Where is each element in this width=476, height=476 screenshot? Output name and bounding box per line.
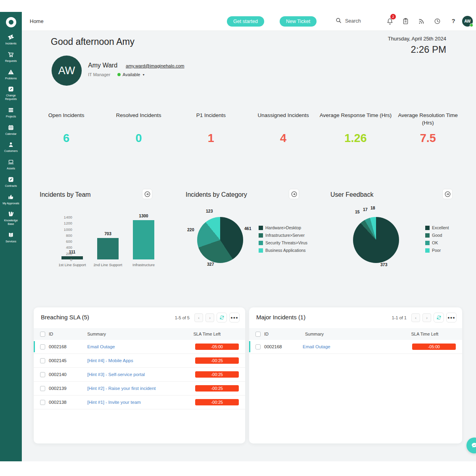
table-row[interactable]: 0002140[Hint #3] - Self-service portal-0… bbox=[34, 368, 245, 382]
stat-tile: Open Incidents6 bbox=[30, 112, 102, 145]
legend-swatch bbox=[425, 233, 430, 238]
table-row[interactable]: 0002138[Hint #1] - Invite your team-00:2… bbox=[34, 395, 245, 409]
sidebar-item-assets[interactable]: Assets bbox=[0, 159, 22, 171]
prev-page-button[interactable]: ‹ bbox=[411, 313, 420, 322]
feedback-pie-chart[interactable] bbox=[353, 217, 399, 263]
available-dot-icon bbox=[117, 73, 121, 76]
legend-swatch bbox=[425, 241, 430, 245]
breadcrumb-home[interactable]: Home bbox=[30, 18, 44, 24]
sidebar-item-label: Assets bbox=[7, 167, 15, 171]
legend-label: Poor bbox=[432, 248, 441, 253]
help-button[interactable]: ? bbox=[449, 17, 457, 25]
refresh-icon bbox=[436, 315, 441, 320]
prev-page-button[interactable]: ‹ bbox=[194, 313, 203, 322]
pie-value-label: 220 bbox=[187, 227, 194, 232]
refresh-button[interactable] bbox=[434, 313, 444, 322]
row-checkbox[interactable] bbox=[40, 344, 45, 349]
y-axis-tick: 1000 bbox=[56, 227, 72, 232]
table-row[interactable]: 0002145[Hint #4] - Mobile Apps-00:25 bbox=[34, 354, 245, 368]
ticket-summary-link[interactable]: [Hint #2] - Raise your first incident bbox=[87, 386, 156, 391]
list-icon bbox=[8, 107, 14, 113]
row-checkbox[interactable] bbox=[40, 386, 45, 391]
search-input[interactable]: Search bbox=[335, 17, 361, 25]
chart-title: Incidents by Team bbox=[40, 191, 91, 198]
open-chart-button[interactable] bbox=[442, 189, 453, 199]
bar-2nd-line-support[interactable] bbox=[97, 238, 119, 259]
select-all-checkbox[interactable] bbox=[40, 332, 45, 337]
sidebar-item-customers[interactable]: Customers bbox=[0, 141, 22, 153]
open-chart-button[interactable] bbox=[142, 189, 152, 199]
chat-widget-button[interactable] bbox=[466, 438, 476, 453]
get-started-button[interactable]: Get started bbox=[227, 16, 264, 27]
stat-label: P1 Incidents bbox=[175, 112, 247, 129]
sidebar-item-label: My Approvals bbox=[2, 202, 19, 205]
legend-item: Hardware>Desktop bbox=[259, 225, 307, 230]
sla-time-badge: -05:00 bbox=[195, 344, 239, 350]
ticket-summary-link[interactable]: Email Outage bbox=[303, 344, 330, 349]
row-checkbox[interactable] bbox=[40, 400, 45, 405]
table-row[interactable]: 0002168Email Outage-05:00 bbox=[249, 340, 462, 354]
row-checkbox[interactable] bbox=[40, 372, 45, 377]
notifications-button[interactable]: 2 bbox=[386, 17, 394, 25]
row-checkbox[interactable] bbox=[255, 344, 261, 349]
sidebar-item-change-requests[interactable]: Change Requests bbox=[0, 86, 22, 101]
chat-icon bbox=[470, 441, 476, 449]
y-axis-tick: 1400 bbox=[56, 215, 72, 219]
table-row[interactable]: 0002139[Hint #2] - Raise your first inci… bbox=[34, 382, 245, 395]
tasks-button[interactable] bbox=[402, 17, 410, 25]
halo-logo-icon[interactable] bbox=[6, 17, 16, 27]
legend-label: Hardware>Desktop bbox=[265, 225, 301, 230]
sidebar-item-my-approvals[interactable]: My Approvals bbox=[0, 194, 22, 205]
category-pie-chart[interactable] bbox=[197, 217, 243, 263]
refresh-button[interactable] bbox=[217, 313, 227, 322]
sidebar-item-projects[interactable]: Projects bbox=[0, 107, 22, 119]
row-indicator bbox=[249, 341, 250, 352]
ticket-summary-link[interactable]: [Hint #3] - Self-service portal bbox=[87, 372, 145, 377]
sidebar-item-services[interactable]: Services bbox=[0, 232, 22, 244]
sidebar-item-requests[interactable]: Requests bbox=[0, 51, 22, 63]
row-checkbox[interactable] bbox=[40, 358, 45, 363]
chevron-right-icon: › bbox=[426, 315, 428, 320]
warning-icon bbox=[8, 69, 14, 75]
profile-email-link[interactable]: amy.ward@imaginehalo.com bbox=[126, 63, 184, 68]
openbook-icon bbox=[8, 232, 14, 238]
stat-value: 6 bbox=[30, 132, 102, 145]
col-sla: SLA Time Left bbox=[411, 332, 438, 336]
ticket-summary-link[interactable]: [Hint #1] - Invite your team bbox=[87, 400, 141, 405]
pie-value-label: 373 bbox=[380, 262, 388, 267]
next-page-button[interactable]: › bbox=[205, 313, 214, 322]
current-time: 2:26 PM bbox=[388, 44, 446, 55]
status-dropdown[interactable]: Available ▼ bbox=[117, 72, 145, 77]
chart-legend: ExcellentGoodOKPoor bbox=[425, 225, 449, 253]
sidebar-item-problems[interactable]: Problems bbox=[0, 69, 22, 81]
user-avatar[interactable]: AW bbox=[462, 16, 473, 27]
feed-button[interactable] bbox=[418, 17, 426, 25]
next-page-button[interactable]: › bbox=[422, 313, 431, 322]
stat-tile: Resolved Incidents0 bbox=[102, 112, 175, 145]
sidebar-item-knowledge-base[interactable]: Knowledge Base bbox=[0, 211, 22, 226]
sidebar-item-incidents[interactable]: Incidents bbox=[0, 34, 22, 46]
stat-tile: Average Resolution Time (Hrs)7.5 bbox=[392, 112, 464, 145]
stat-value: 1.26 bbox=[319, 132, 392, 145]
chevron-down-icon: ▼ bbox=[142, 73, 145, 76]
ticket-id: 0002168 bbox=[264, 344, 292, 349]
table-row[interactable]: 0002168Email Outage-05:00 bbox=[34, 340, 245, 354]
select-all-checkbox[interactable] bbox=[255, 332, 261, 337]
ticket-summary-link[interactable]: [Hint #4] - Mobile Apps bbox=[87, 358, 133, 363]
sla-time-badge: -00:25 bbox=[195, 399, 239, 405]
pagination-range: 1-5 of 5 bbox=[175, 315, 190, 320]
sidebar-item-contracts[interactable]: Contracts bbox=[0, 176, 22, 188]
new-ticket-button[interactable]: New Ticket bbox=[280, 16, 317, 27]
chart-title: Incidents by Category bbox=[186, 191, 247, 198]
history-button[interactable] bbox=[434, 17, 441, 25]
more-options-button[interactable]: ●●● bbox=[229, 313, 240, 322]
open-chart-button[interactable] bbox=[289, 189, 299, 199]
more-options-button[interactable]: ●●● bbox=[446, 313, 457, 322]
sidebar-item-label: Contracts bbox=[5, 184, 17, 188]
sla-time-badge: -00:25 bbox=[195, 357, 239, 364]
ticket-summary-link[interactable]: Email Outage bbox=[87, 344, 115, 349]
sidebar-item-calendar[interactable]: Calendar bbox=[0, 124, 22, 136]
legend-item: OK bbox=[425, 240, 449, 245]
bar-infrastructure[interactable] bbox=[133, 220, 154, 259]
col-id: ID bbox=[264, 332, 292, 336]
